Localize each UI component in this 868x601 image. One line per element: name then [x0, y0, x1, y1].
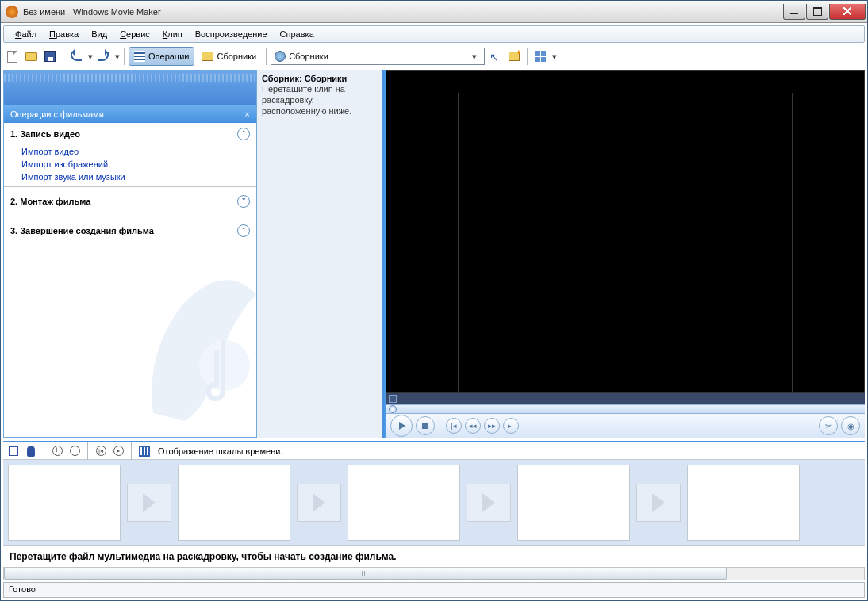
separator — [63, 48, 63, 65]
combo-dropdown-icon[interactable]: ▾ — [468, 52, 481, 62]
collection-prefix: Сборник: — [262, 74, 305, 83]
views-button[interactable] — [532, 48, 549, 65]
divider — [4, 186, 256, 187]
transition-slot[interactable] — [636, 484, 681, 522]
storyboard-slot[interactable] — [517, 465, 630, 541]
zoom-in-button[interactable] — [50, 444, 64, 458]
timeline-view-toggle[interactable] — [137, 444, 152, 458]
scrollbar-thumb[interactable] — [4, 568, 727, 580]
playback-controls: |◂ ◂◂ ▸▸ ▸| ✂ ◉ — [386, 414, 865, 438]
undo-icon — [71, 52, 82, 61]
stop-button[interactable] — [416, 416, 435, 435]
transition-slot[interactable] — [297, 484, 341, 522]
collection-item-icon — [275, 51, 286, 62]
tasks-section-capture[interactable]: 1. Запись видео ˆ — [4, 123, 256, 145]
menu-edit[interactable]: Правка — [43, 28, 85, 40]
filmstrip-decor-icon — [137, 270, 256, 429]
tasks-pane: Операции с фильмами × 1. Запись видео ˆ … — [3, 70, 257, 438]
forward-end-button[interactable]: ▸| — [503, 418, 519, 434]
timeline-view-icon — [139, 446, 150, 457]
storyboard-slot[interactable] — [8, 465, 121, 541]
menu-clip[interactable]: Клип — [156, 28, 189, 40]
tasks-close-icon[interactable]: × — [245, 109, 250, 119]
up-arrow-icon — [490, 51, 501, 62]
redo-icon — [98, 52, 109, 61]
storyboard-slot[interactable] — [687, 465, 800, 541]
tasks-section-finish[interactable]: 3. Завершение создания фильма ˇ — [4, 220, 256, 242]
preview-pane: |◂ ◂◂ ▸▸ ▸| ✂ ◉ — [384, 70, 865, 438]
divider — [4, 216, 256, 216]
zoom-in-icon — [52, 446, 63, 456]
separator — [87, 442, 88, 460]
timeline-rewind-button[interactable]: |◂ — [94, 444, 108, 458]
next-frame-button[interactable]: ▸▸ — [484, 418, 500, 434]
undo-dropdown[interactable]: ▾ — [87, 54, 93, 59]
timeline-play-button[interactable]: ▸ — [111, 444, 125, 458]
seek-bar[interactable] — [386, 404, 865, 414]
transition-slot[interactable] — [127, 484, 171, 522]
menu-file[interactable]: Файл — [9, 28, 43, 40]
rewind-start-button[interactable]: |◂ — [446, 418, 462, 434]
up-level-button[interactable] — [486, 48, 504, 65]
tasks-icon — [134, 51, 145, 62]
separator — [44, 442, 44, 460]
arrow-right-icon — [143, 493, 156, 512]
zoom-out-icon — [70, 446, 80, 456]
status-text: Готово — [9, 584, 36, 594]
narrate-button[interactable] — [24, 444, 38, 458]
zoom-out-button[interactable] — [67, 444, 82, 458]
task-import-images[interactable]: Импорт изображений — [4, 158, 256, 170]
floppy-icon — [44, 51, 56, 62]
microphone-icon — [27, 446, 35, 457]
prev-frame-button[interactable]: ◂◂ — [465, 418, 481, 434]
section-title: 1. Запись видео — [10, 129, 80, 139]
chevron-up-icon: ˆ — [237, 128, 250, 140]
status-bar: Готово — [3, 582, 865, 598]
menu-service[interactable]: Сервис — [113, 28, 156, 40]
fullscreen-icon[interactable] — [389, 395, 397, 403]
preview-footer-bar — [386, 393, 865, 404]
new-collection-button[interactable] — [505, 48, 523, 65]
take-photo-button[interactable]: ◉ — [841, 416, 860, 435]
new-project-button[interactable] — [3, 48, 21, 65]
tasks-title-bar: Операции с фильмами × — [4, 105, 256, 123]
split-clip-button[interactable]: ✂ — [819, 416, 838, 435]
tasks-section-edit[interactable]: 2. Монтаж фильма ˇ — [4, 190, 256, 212]
titlebar[interactable]: Без имени - Windows Movie Maker — [1, 1, 867, 23]
play-button[interactable] — [390, 415, 413, 437]
menu-help[interactable]: Справка — [274, 28, 321, 40]
views-dropdown[interactable]: ▾ — [551, 54, 557, 59]
menu-play[interactable]: Воспроизведение — [189, 28, 274, 40]
task-import-audio[interactable]: Импорт звука или музыки — [4, 170, 256, 183]
horizontal-scrollbar[interactable] — [3, 567, 865, 580]
transition-slot[interactable] — [467, 484, 511, 522]
app-window: Без имени - Windows Movie Maker Файл Пра… — [0, 0, 868, 601]
collections-combo[interactable]: Сборники ▾ — [271, 48, 485, 65]
undo-button[interactable] — [67, 48, 85, 65]
storyboard-slot[interactable] — [348, 465, 460, 541]
close-button[interactable] — [829, 4, 866, 20]
chevron-down-icon: ˇ — [237, 224, 250, 237]
menu-view[interactable]: Вид — [85, 28, 113, 40]
app-icon — [6, 6, 18, 18]
timeline-toggle-label[interactable]: Отображение шкалы времени. — [158, 446, 282, 456]
redo-dropdown[interactable]: ▾ — [114, 54, 120, 59]
save-button[interactable] — [41, 48, 59, 65]
storyboard-slot[interactable] — [178, 465, 290, 541]
video-preview[interactable] — [386, 70, 865, 393]
separator — [266, 48, 267, 65]
menu-file-label: айл — [21, 29, 36, 39]
minimize-button[interactable] — [783, 4, 805, 20]
menubar: Файл Правка Вид Сервис Клип Воспроизведе… — [3, 25, 865, 43]
open-button[interactable] — [22, 48, 40, 65]
tasks-toggle-button[interactable]: Операции — [129, 47, 194, 66]
maximize-button[interactable] — [806, 4, 828, 20]
views-icon — [535, 51, 546, 62]
collections-toggle-button[interactable]: Сборники — [196, 47, 262, 66]
redo-button[interactable] — [94, 48, 112, 65]
set-height-button[interactable] — [6, 444, 21, 458]
seek-thumb[interactable] — [389, 405, 397, 413]
timeline-area: |◂ ▸ Отображение шкалы времени. Перетащи… — [3, 441, 865, 580]
storyboard[interactable] — [3, 460, 865, 545]
task-import-video[interactable]: Импорт видео — [4, 145, 256, 158]
